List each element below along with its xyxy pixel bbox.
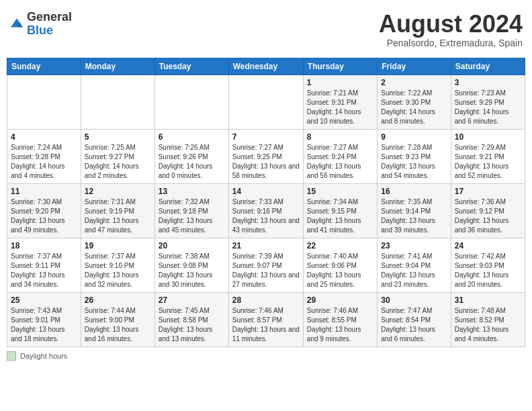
day-number: 14: [232, 187, 300, 196]
day-info: Sunrise: 7:39 AM Sunset: 9:07 PM Dayligh…: [232, 252, 300, 289]
day-number: 15: [307, 187, 373, 196]
day-info: Sunrise: 7:41 AM Sunset: 9:04 PM Dayligh…: [381, 252, 447, 289]
day-info: Sunrise: 7:29 AM Sunset: 9:21 PM Dayligh…: [455, 143, 521, 181]
day-info: Sunrise: 7:46 AM Sunset: 8:55 PM Dayligh…: [307, 306, 373, 344]
day-info: Sunrise: 7:30 AM Sunset: 9:20 PM Dayligh…: [11, 197, 77, 235]
day-number: 25: [11, 295, 77, 305]
day-info: Sunrise: 7:45 AM Sunset: 8:58 PM Dayligh…: [159, 306, 225, 344]
day-number: 11: [11, 187, 77, 196]
day-info: Sunrise: 7:44 AM Sunset: 9:00 PM Dayligh…: [85, 306, 151, 344]
calendar-day: 8Sunrise: 7:27 AM Sunset: 9:24 PM Daylig…: [303, 129, 377, 183]
day-info: Sunrise: 7:37 AM Sunset: 9:11 PM Dayligh…: [11, 252, 77, 289]
day-info: Sunrise: 7:25 AM Sunset: 9:27 PM Dayligh…: [85, 143, 151, 181]
calendar-header-friday: Friday: [378, 58, 451, 75]
calendar-week-5: 25Sunrise: 7:43 AM Sunset: 9:01 PM Dayli…: [7, 292, 525, 347]
day-info: Sunrise: 7:23 AM Sunset: 9:29 PM Dayligh…: [455, 89, 521, 126]
calendar-week-2: 4Sunrise: 7:24 AM Sunset: 9:28 PM Daylig…: [7, 129, 525, 183]
day-number: 22: [307, 241, 373, 250]
page-header: General Blue August 2024 Penalsordo, Ext…: [7, 7, 525, 52]
calendar-day: 3Sunrise: 7:23 AM Sunset: 9:29 PM Daylig…: [451, 75, 525, 129]
calendar-day: 29Sunrise: 7:46 AM Sunset: 8:55 PM Dayli…: [303, 292, 377, 347]
calendar-day: 1Sunrise: 7:21 AM Sunset: 9:31 PM Daylig…: [303, 75, 377, 129]
logo-general-text: General: [27, 10, 72, 24]
calendar-table: SundayMondayTuesdayWednesdayThursdayFrid…: [7, 58, 525, 347]
calendar-day: 14Sunrise: 7:33 AM Sunset: 9:16 PM Dayli…: [228, 183, 303, 238]
day-info: Sunrise: 7:33 AM Sunset: 9:16 PM Dayligh…: [232, 197, 300, 235]
day-info: Sunrise: 7:35 AM Sunset: 9:14 PM Dayligh…: [381, 197, 447, 235]
day-info: Sunrise: 7:48 AM Sunset: 8:52 PM Dayligh…: [455, 306, 521, 344]
calendar-day: 13Sunrise: 7:32 AM Sunset: 9:18 PM Dayli…: [154, 183, 228, 238]
day-info: Sunrise: 7:36 AM Sunset: 9:12 PM Dayligh…: [455, 197, 521, 235]
day-number: 27: [159, 295, 225, 305]
day-info: Sunrise: 7:46 AM Sunset: 8:57 PM Dayligh…: [232, 306, 300, 344]
calendar-day: 25Sunrise: 7:43 AM Sunset: 9:01 PM Dayli…: [7, 292, 81, 347]
day-info: Sunrise: 7:32 AM Sunset: 9:18 PM Dayligh…: [159, 197, 225, 235]
calendar-day: 20Sunrise: 7:38 AM Sunset: 9:08 PM Dayli…: [154, 238, 228, 292]
day-number: 23: [381, 241, 447, 250]
calendar-day: 26Sunrise: 7:44 AM Sunset: 9:00 PM Dayli…: [81, 292, 154, 347]
day-number: 20: [159, 241, 225, 250]
calendar-day: 16Sunrise: 7:35 AM Sunset: 9:14 PM Dayli…: [378, 183, 451, 238]
calendar-day: [81, 75, 154, 129]
logo: General Blue: [9, 11, 72, 38]
daylight-box: [7, 351, 16, 361]
footer-label: Daylight hours: [20, 352, 67, 360]
calendar-day: 23Sunrise: 7:41 AM Sunset: 9:04 PM Dayli…: [378, 238, 451, 292]
day-number: 19: [85, 241, 151, 250]
calendar-header-sunday: Sunday: [7, 58, 81, 75]
day-number: 2: [381, 78, 447, 87]
day-number: 1: [307, 78, 373, 87]
day-info: Sunrise: 7:21 AM Sunset: 9:31 PM Dayligh…: [307, 89, 373, 126]
calendar-day: 15Sunrise: 7:34 AM Sunset: 9:15 PM Dayli…: [303, 183, 377, 238]
calendar-day: 12Sunrise: 7:31 AM Sunset: 9:19 PM Dayli…: [81, 183, 154, 238]
calendar-day: 5Sunrise: 7:25 AM Sunset: 9:27 PM Daylig…: [81, 129, 154, 183]
day-info: Sunrise: 7:31 AM Sunset: 9:19 PM Dayligh…: [85, 197, 151, 235]
day-info: Sunrise: 7:28 AM Sunset: 9:23 PM Dayligh…: [381, 143, 447, 181]
day-info: Sunrise: 7:27 AM Sunset: 9:24 PM Dayligh…: [307, 143, 373, 181]
calendar-header-thursday: Thursday: [303, 58, 377, 75]
calendar-week-3: 11Sunrise: 7:30 AM Sunset: 9:20 PM Dayli…: [7, 183, 525, 238]
logo-icon: [9, 17, 24, 32]
calendar-week-1: 1Sunrise: 7:21 AM Sunset: 9:31 PM Daylig…: [7, 75, 525, 129]
calendar-header-saturday: Saturday: [451, 58, 525, 75]
calendar-week-4: 18Sunrise: 7:37 AM Sunset: 9:11 PM Dayli…: [7, 238, 525, 292]
calendar-header-row: SundayMondayTuesdayWednesdayThursdayFrid…: [7, 58, 525, 75]
calendar-day: 2Sunrise: 7:22 AM Sunset: 9:30 PM Daylig…: [378, 75, 451, 129]
calendar-day: 18Sunrise: 7:37 AM Sunset: 9:11 PM Dayli…: [7, 238, 81, 292]
day-number: 24: [455, 241, 521, 250]
calendar-day: 22Sunrise: 7:40 AM Sunset: 9:06 PM Dayli…: [303, 238, 377, 292]
day-number: 8: [307, 132, 373, 142]
month-title: August 2024: [379, 11, 523, 38]
calendar-header-monday: Monday: [81, 58, 154, 75]
day-info: Sunrise: 7:38 AM Sunset: 9:08 PM Dayligh…: [159, 252, 225, 289]
location: Penalsordo, Extremadura, Spain: [379, 38, 523, 48]
day-number: 17: [455, 187, 521, 196]
calendar-day: 21Sunrise: 7:39 AM Sunset: 9:07 PM Dayli…: [228, 238, 303, 292]
day-number: 21: [232, 241, 300, 250]
calendar-day: 28Sunrise: 7:46 AM Sunset: 8:57 PM Dayli…: [228, 292, 303, 347]
day-number: 30: [381, 295, 447, 305]
calendar-day: [228, 75, 303, 129]
day-number: 29: [307, 295, 373, 305]
day-info: Sunrise: 7:24 AM Sunset: 9:28 PM Dayligh…: [11, 143, 77, 181]
calendar-day: 6Sunrise: 7:26 AM Sunset: 9:26 PM Daylig…: [154, 129, 228, 183]
calendar-day: 10Sunrise: 7:29 AM Sunset: 9:21 PM Dayli…: [451, 129, 525, 183]
title-block: August 2024 Penalsordo, Extremadura, Spa…: [379, 11, 523, 48]
calendar-day: 17Sunrise: 7:36 AM Sunset: 9:12 PM Dayli…: [451, 183, 525, 238]
day-number: 5: [85, 132, 151, 142]
calendar-day: 31Sunrise: 7:48 AM Sunset: 8:52 PM Dayli…: [451, 292, 525, 347]
day-number: 28: [232, 295, 300, 305]
day-number: 6: [159, 132, 225, 142]
day-number: 16: [381, 187, 447, 196]
calendar-day: [7, 75, 81, 129]
footer-note: Daylight hours: [7, 351, 525, 361]
day-info: Sunrise: 7:43 AM Sunset: 9:01 PM Dayligh…: [11, 306, 77, 344]
day-info: Sunrise: 7:34 AM Sunset: 9:15 PM Dayligh…: [307, 197, 373, 235]
logo-blue-text: Blue: [27, 24, 53, 37]
day-number: 18: [11, 241, 77, 250]
calendar-header-tuesday: Tuesday: [154, 58, 228, 75]
day-info: Sunrise: 7:26 AM Sunset: 9:26 PM Dayligh…: [159, 143, 225, 181]
day-number: 4: [11, 132, 77, 142]
day-number: 3: [455, 78, 521, 87]
calendar-day: 30Sunrise: 7:47 AM Sunset: 8:54 PM Dayli…: [378, 292, 451, 347]
